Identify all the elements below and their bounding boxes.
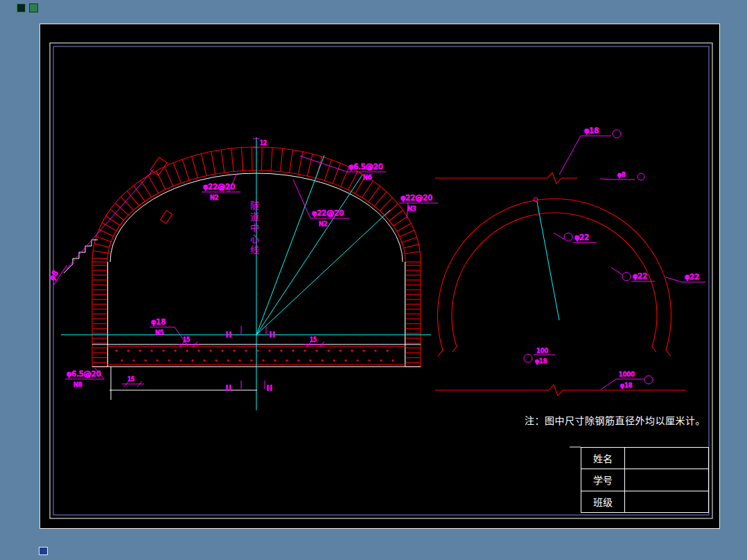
dimensions: 12 15 15 15 bbox=[122, 139, 326, 387]
dim-length: 100 bbox=[536, 347, 548, 354]
callout-mark: N5 bbox=[155, 329, 164, 336]
callout-slab-bar: φ18 N5 bbox=[150, 317, 188, 346]
table-value-class bbox=[625, 491, 708, 512]
section-label: II bbox=[225, 383, 232, 393]
callout-label: φ22@20 bbox=[401, 193, 432, 202]
centerline-label: 隧道中心线 bbox=[249, 201, 258, 256]
callout-mark: N3 bbox=[407, 205, 416, 212]
section-markers: II II II II bbox=[225, 326, 276, 393]
bottom-bar-line bbox=[435, 385, 686, 396]
table-value-name bbox=[625, 448, 708, 469]
bar-mark-circle bbox=[638, 173, 644, 180]
callout-label: φ8 bbox=[47, 269, 60, 282]
title-block-table: 姓名 学号 班级 bbox=[581, 447, 709, 513]
cad-viewer-page: { "colors": { "background": "#5e82a3", "… bbox=[0, 0, 747, 560]
top-bar-line bbox=[435, 173, 577, 184]
dim-length: 1000 bbox=[619, 371, 635, 378]
bar-mark-circle bbox=[524, 354, 532, 362]
drawing-note: 注：图中尺寸除钢筋直径外均以厘米计。 bbox=[525, 413, 705, 427]
tunnel-section-drawing: φ6.5@20 N6 φ22@20 N2 φ22@20 N2 φ22@20 N3… bbox=[46, 137, 438, 410]
callout-elev-top: φ18 bbox=[559, 126, 621, 175]
callout-arch-bar-left: φ22@20 N2 bbox=[202, 173, 240, 201]
callout-mark: N6 bbox=[363, 174, 372, 181]
detail-marker-2 bbox=[160, 211, 172, 224]
table-row: 姓名 bbox=[581, 448, 708, 469]
callout-elev-arc1: φ22 bbox=[554, 233, 597, 243]
bar-mark-circle bbox=[622, 272, 631, 281]
callout-elev-bottom-dim: 1000 φ18 bbox=[601, 371, 653, 390]
callout-mark: N8 bbox=[73, 381, 82, 388]
table-label-id: 学号 bbox=[581, 469, 625, 490]
radial-line-2 bbox=[256, 175, 362, 335]
callout-label: φ6.5@20 bbox=[349, 162, 383, 171]
table-label-name: 姓名 bbox=[581, 448, 625, 469]
elev-radius-line bbox=[537, 202, 559, 320]
table-row: 班级 bbox=[581, 491, 708, 512]
bar-mark-circle bbox=[613, 130, 621, 138]
callout-label: φ18 bbox=[151, 317, 166, 326]
callout-footing-stirrups: φ6.5@20 N8 bbox=[65, 368, 104, 388]
callout-label: φ22@20 bbox=[312, 209, 344, 218]
table-label-class: 班级 bbox=[581, 491, 625, 512]
callout-label: φ8 bbox=[617, 171, 626, 178]
bar-mark-circle bbox=[564, 233, 572, 241]
elev-inner-arc bbox=[452, 213, 657, 347]
slab-rebar-dots bbox=[115, 349, 394, 361]
callout-label: φ6.5@20 bbox=[67, 369, 101, 378]
table-row: 学号 bbox=[581, 469, 708, 491]
dim-diameter: φ18 bbox=[620, 382, 633, 389]
bar-mark-circle bbox=[644, 376, 653, 384]
callout-elev-left-dim: 100 φ18 bbox=[524, 347, 555, 365]
callout-label: φ22 bbox=[685, 272, 699, 281]
callout-arch-bar-outer: φ22@20 N3 bbox=[399, 193, 438, 218]
callout-label: φ22 bbox=[574, 233, 589, 242]
callout-elev-arc3: φ22 bbox=[666, 272, 705, 282]
radial-line-1 bbox=[256, 210, 390, 335]
callout-label: φ22 bbox=[633, 272, 647, 281]
detail-circle bbox=[534, 198, 538, 202]
lining-elevation-drawing: φ18 φ8 φ22 φ22 φ22 100 φ18 bbox=[435, 126, 705, 396]
radial-line-3 bbox=[256, 155, 324, 335]
callout-label: φ18 bbox=[584, 126, 599, 135]
sheet-frame-inner bbox=[53, 46, 709, 515]
callout-mark: N2 bbox=[319, 220, 327, 227]
section-label: II bbox=[225, 329, 232, 340]
callout-label: φ22@20 bbox=[203, 182, 235, 191]
dim-crown: 12 bbox=[260, 140, 267, 146]
dim-diameter: φ18 bbox=[535, 358, 547, 365]
table-value-id bbox=[625, 469, 708, 490]
section-label: II bbox=[266, 383, 273, 393]
callout-elev-stirrup: φ8 bbox=[600, 171, 644, 180]
callout-mark: N2 bbox=[210, 194, 218, 201]
section-label: II bbox=[269, 329, 276, 340]
